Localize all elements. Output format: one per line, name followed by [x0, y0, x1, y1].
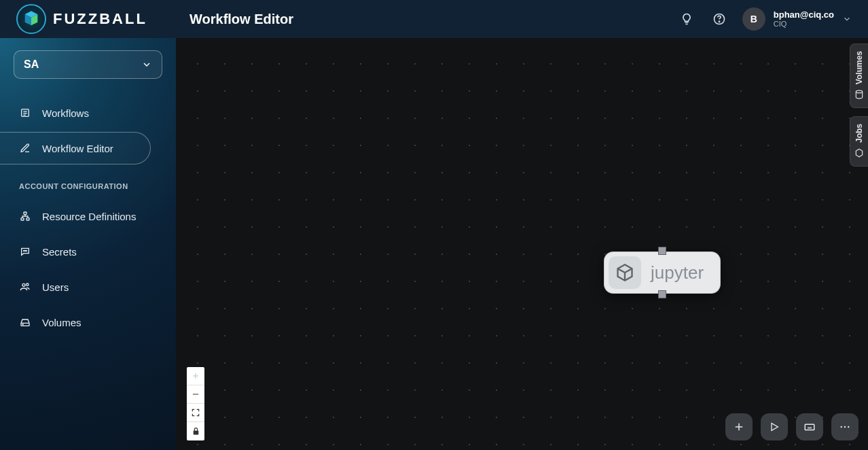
canvas-actions: [725, 413, 858, 440]
more-horizontal-icon: [839, 421, 851, 433]
svg-point-13: [26, 283, 29, 285]
svg-point-31: [848, 426, 849, 428]
svg-point-12: [22, 283, 25, 286]
add-node-button[interactable]: [725, 413, 753, 440]
svg-point-16: [856, 90, 862, 93]
user-org: CIQ: [774, 20, 834, 28]
rail-tab-label: Volumes: [854, 51, 864, 84]
minus-icon: [191, 390, 200, 399]
help-icon: [712, 12, 726, 26]
sidebar-item-secrets[interactable]: Secrets: [0, 235, 162, 268]
nav-main: Workflows Workflow Editor: [0, 97, 162, 165]
sidebar-item-label: Workflow Editor: [42, 143, 113, 154]
edit-icon: [19, 143, 31, 154]
sidebar-item-volumes[interactable]: Volumes: [0, 306, 162, 339]
svg-point-15: [22, 324, 23, 325]
database-icon: [854, 90, 864, 99]
theme-toggle[interactable]: [677, 10, 696, 29]
body: SA Workflows Workflow Editor: [0, 38, 868, 450]
user-email: bphan@ciq.co: [774, 10, 834, 20]
svg-rect-7: [21, 218, 24, 220]
run-button[interactable]: [761, 413, 788, 440]
drive-icon: [19, 317, 31, 328]
user-menu[interactable]: B bphan@ciq.co CIQ: [742, 7, 852, 31]
org-selector[interactable]: SA: [14, 50, 162, 79]
sidebar-item-label: Users: [42, 281, 69, 293]
list-icon: [19, 107, 31, 118]
svg-point-1: [719, 21, 719, 22]
svg-rect-23: [805, 424, 814, 430]
fullscreen-icon: [191, 408, 200, 417]
keyboard-shortcuts-button[interactable]: [796, 413, 823, 440]
zoom-out-button[interactable]: [187, 385, 204, 404]
sitemap-icon: [19, 211, 31, 222]
nav-config: Resource Definitions Secrets Users: [0, 200, 162, 339]
zoom-controls: [187, 367, 204, 440]
more-actions-button[interactable]: [831, 413, 858, 440]
plus-icon: [191, 371, 200, 381]
node-label: jupyter: [651, 262, 716, 283]
sidebar-section-title: ACCOUNT CONFIGURATION: [19, 182, 162, 190]
header-actions: B bphan@ciq.co CIQ: [677, 7, 857, 31]
app-root: FUZZBALL Workflow Editor B: [0, 0, 868, 450]
canvas[interactable]: jupyter Volumes Jobs: [176, 38, 868, 450]
lock-icon: [192, 427, 200, 436]
keyboard-icon: [803, 421, 816, 433]
svg-point-30: [844, 426, 846, 428]
node-port-out[interactable]: [658, 290, 666, 298]
plus-icon: [733, 421, 745, 433]
rail-tab-label: Jobs: [854, 124, 864, 143]
zoom-fit-button[interactable]: [187, 404, 204, 422]
svg-point-11: [26, 251, 27, 252]
chevron-down-icon: [842, 14, 852, 24]
lightbulb-icon: [680, 12, 693, 26]
chat-icon: [19, 246, 31, 257]
svg-point-9: [24, 251, 24, 252]
sidebar-item-workflows[interactable]: Workflows: [0, 97, 162, 129]
svg-point-10: [25, 251, 26, 252]
sidebar-item-label: Workflows: [42, 107, 89, 119]
chevron-down-icon: [141, 59, 152, 70]
brand-logo-badge: [16, 4, 46, 34]
svg-marker-22: [772, 423, 778, 431]
sidebar-item-label: Volumes: [42, 317, 82, 328]
brand-logo-icon: [22, 10, 41, 29]
user-info: bphan@ciq.co CIQ: [774, 10, 834, 28]
header: FUZZBALL Workflow Editor B: [0, 0, 868, 38]
zoom-in-button[interactable]: [187, 367, 204, 385]
page-title: Workflow Editor: [176, 12, 293, 27]
cube-icon: [609, 256, 641, 289]
right-rail: Volumes Jobs: [850, 44, 868, 167]
org-selector-value: SA: [24, 58, 39, 71]
rail-tab-jobs[interactable]: Jobs: [850, 116, 868, 167]
workflow-node-jupyter[interactable]: jupyter: [604, 252, 721, 294]
avatar: B: [742, 7, 765, 31]
hexagon-icon: [854, 148, 864, 158]
sidebar-item-resource-definitions[interactable]: Resource Definitions: [0, 200, 162, 232]
sidebar-item-label: Resource Definitions: [42, 211, 136, 222]
svg-point-29: [841, 426, 842, 428]
canvas-grid: [176, 38, 868, 450]
sidebar-item-users[interactable]: Users: [0, 271, 162, 303]
svg-rect-8: [26, 218, 29, 220]
brand-name: FUZZBALL: [53, 10, 147, 28]
brand-logo[interactable]: FUZZBALL: [0, 0, 176, 38]
users-icon: [19, 281, 31, 292]
help-button[interactable]: [710, 10, 729, 29]
zoom-lock-button[interactable]: [187, 422, 204, 440]
play-icon: [769, 421, 780, 432]
sidebar: SA Workflows Workflow Editor: [0, 38, 176, 450]
rail-tab-volumes[interactable]: Volumes: [850, 44, 868, 108]
sidebar-item-workflow-editor[interactable]: Workflow Editor: [0, 132, 151, 165]
svg-rect-6: [24, 212, 26, 214]
sidebar-item-label: Secrets: [42, 246, 77, 258]
node-port-in[interactable]: [658, 247, 666, 255]
